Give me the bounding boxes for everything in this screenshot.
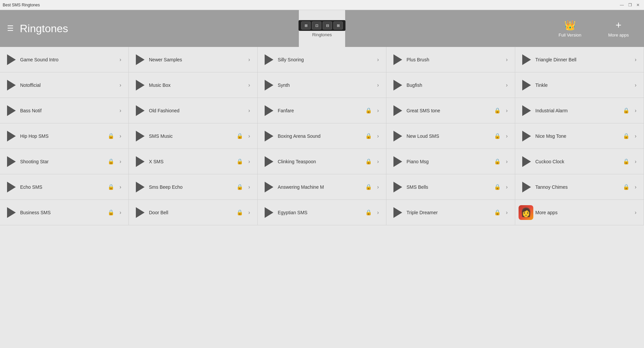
- ringtone-item[interactable]: Triangle Dinner Bell ›: [515, 47, 644, 72]
- window-title: Best SMS Ringtones: [3, 3, 40, 7]
- play-button[interactable]: [390, 180, 405, 194]
- chevron-right-icon: ›: [245, 208, 254, 217]
- play-button[interactable]: [261, 103, 276, 118]
- ringtone-item[interactable]: Triple Dreamer 🔒 ›: [386, 200, 515, 225]
- ringtone-item[interactable]: Answering Machine M 🔒 ›: [258, 174, 386, 200]
- play-button[interactable]: [132, 180, 147, 194]
- ringtone-item[interactable]: Fanfare 🔒 ›: [258, 98, 386, 123]
- restore-button[interactable]: ❐: [627, 2, 633, 8]
- ringtone-item[interactable]: X SMS 🔒 ›: [129, 149, 258, 174]
- play-button[interactable]: [3, 52, 18, 67]
- ringtone-item[interactable]: Shooting Star 🔒 ›: [0, 149, 129, 174]
- ringtone-item[interactable]: Cuckoo Clock 🔒 ›: [515, 149, 644, 174]
- ringtone-item[interactable]: New Loud SMS 🔒 ›: [386, 123, 515, 149]
- play-button[interactable]: [132, 154, 147, 169]
- play-button[interactable]: [390, 205, 405, 220]
- play-button[interactable]: [519, 52, 533, 67]
- floating-btn-2[interactable]: ⊡: [312, 21, 321, 30]
- play-triangle-icon: [522, 131, 531, 141]
- chevron-right-icon: ›: [373, 157, 383, 166]
- play-button[interactable]: [3, 103, 18, 118]
- ringtone-item[interactable]: Newer Samples ›: [129, 47, 258, 72]
- play-button[interactable]: [261, 205, 276, 220]
- ringtone-item[interactable]: Great SMS tone 🔒 ›: [386, 98, 515, 123]
- ringtone-item[interactable]: Bugfish ›: [386, 72, 515, 98]
- ringtone-item[interactable]: Old Fashioned ›: [129, 98, 258, 123]
- lock-icon: 🔒: [108, 158, 114, 165]
- ringtone-item[interactable]: Tannoy Chimes 🔒 ›: [515, 174, 644, 200]
- floating-btn-4[interactable]: ⊞: [333, 21, 343, 30]
- play-triangle-icon: [136, 156, 145, 167]
- play-button[interactable]: [519, 154, 533, 169]
- play-button[interactable]: [519, 78, 533, 93]
- play-button[interactable]: [519, 180, 533, 194]
- ringtone-item[interactable]: Music Box ›: [129, 72, 258, 98]
- ringtone-item[interactable]: Egyptian SMS 🔒 ›: [258, 200, 386, 225]
- ringtone-item[interactable]: Tinkle ›: [515, 72, 644, 98]
- ringtone-item[interactable]: Notofficial ›: [0, 72, 129, 98]
- ringtone-item[interactable]: Echo SMS 🔒 ›: [0, 174, 129, 200]
- play-button[interactable]: [3, 129, 18, 143]
- play-button[interactable]: [3, 180, 18, 194]
- play-button[interactable]: [3, 205, 18, 220]
- close-button[interactable]: ✕: [635, 2, 641, 8]
- ringtone-item[interactable]: Silly Snoring ›: [258, 47, 386, 72]
- play-button[interactable]: [261, 78, 276, 93]
- floating-btn-1[interactable]: ⊞: [301, 21, 311, 30]
- ringtone-item[interactable]: Business SMS 🔒 ›: [0, 200, 129, 225]
- play-button[interactable]: [3, 154, 18, 169]
- play-button[interactable]: [132, 52, 147, 67]
- chevron-right-icon: ›: [245, 131, 254, 141]
- play-triangle-icon: [7, 54, 16, 65]
- lock-icon: 🔒: [623, 133, 630, 139]
- play-button[interactable]: [261, 180, 276, 194]
- play-button[interactable]: [390, 103, 405, 118]
- ringtone-item[interactable]: Bass Notif ›: [0, 98, 129, 123]
- play-triangle-icon: [265, 156, 273, 167]
- ringtone-item[interactable]: Boxing Arena Sound 🔒 ›: [258, 123, 386, 149]
- play-button[interactable]: [261, 154, 276, 169]
- ringtone-name: Sms Beep Echo: [147, 184, 236, 190]
- tab-full-version[interactable]: 👑 Full Version: [545, 10, 595, 47]
- chevron-right-icon: ›: [631, 106, 640, 115]
- play-triangle-icon: [522, 156, 531, 167]
- hamburger-menu[interactable]: ☰: [5, 22, 16, 35]
- ringtone-item[interactable]: Game Sound Intro ›: [0, 47, 129, 72]
- play-button[interactable]: [132, 103, 147, 118]
- ringtone-item[interactable]: Plus Brush ›: [386, 47, 515, 72]
- chevron-right-icon: ›: [502, 131, 512, 141]
- chevron-right-icon: ›: [502, 106, 512, 115]
- ringtone-item[interactable]: Sms Beep Echo 🔒 ›: [129, 174, 258, 200]
- ringtone-item[interactable]: 👩 More apps ›: [515, 200, 644, 225]
- play-button[interactable]: [519, 129, 533, 143]
- play-triangle-icon: [393, 207, 402, 218]
- tab-more-apps-label: More apps: [608, 33, 629, 38]
- minimize-button[interactable]: —: [619, 2, 625, 8]
- ringtone-item[interactable]: Hip Hop SMS 🔒 ›: [0, 123, 129, 149]
- ringtone-item[interactable]: Clinking Teaspoon 🔒 ›: [258, 149, 386, 174]
- ringtone-item[interactable]: Nice Msg Tone 🔒 ›: [515, 123, 644, 149]
- play-button[interactable]: [132, 205, 147, 220]
- ringtone-item[interactable]: Piano Msg 🔒 ›: [386, 149, 515, 174]
- play-button[interactable]: [390, 129, 405, 143]
- floating-btn-3[interactable]: ⊟: [323, 21, 332, 30]
- play-button[interactable]: [519, 103, 533, 118]
- ringtone-item[interactable]: Synth ›: [258, 72, 386, 98]
- play-button[interactable]: [261, 129, 276, 143]
- ringtone-item[interactable]: SMS Bells 🔒 ›: [386, 174, 515, 200]
- tab-more-apps[interactable]: + More apps: [595, 10, 642, 47]
- play-button[interactable]: [3, 78, 18, 93]
- ringtone-item[interactable]: Industrial Alarm 🔒 ›: [515, 98, 644, 123]
- ringtone-item[interactable]: SMS Music 🔒 ›: [129, 123, 258, 149]
- ringtones-grid: Game Sound Intro › Newer Samples › Silly…: [0, 47, 644, 225]
- play-button[interactable]: [132, 78, 147, 93]
- play-button[interactable]: [390, 154, 405, 169]
- play-button[interactable]: [390, 78, 405, 93]
- play-triangle-icon: [136, 182, 145, 192]
- play-button[interactable]: [261, 52, 276, 67]
- ringtone-name: Hip Hop SMS: [18, 133, 108, 139]
- play-button[interactable]: [390, 52, 405, 67]
- play-button[interactable]: [132, 129, 147, 143]
- play-triangle-icon: [7, 182, 16, 192]
- ringtone-item[interactable]: Door Bell 🔒 ›: [129, 200, 258, 225]
